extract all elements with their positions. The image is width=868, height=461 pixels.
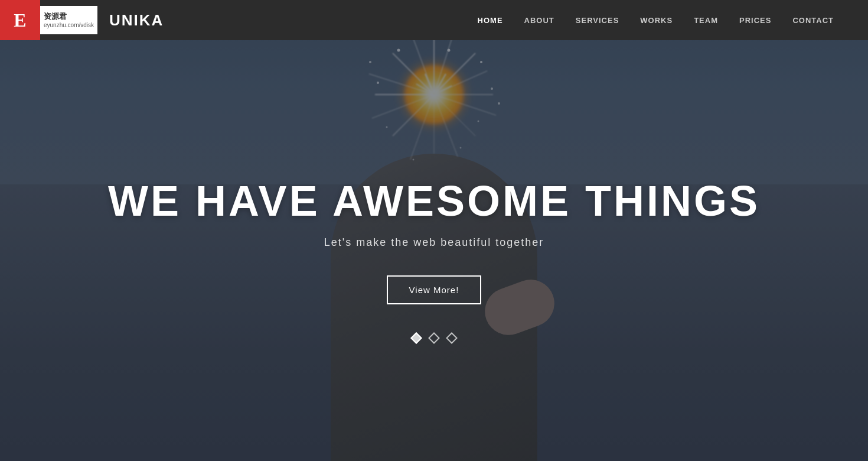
- nav-menu: HOME ABOUT SERVICES WORKS TEAM PRICES CO…: [467, 0, 844, 40]
- slider-dot-1[interactable]: [410, 332, 422, 344]
- slider-dots: [412, 334, 456, 342]
- brand-name: UNIKA: [109, 11, 164, 30]
- nav-item-team[interactable]: TEAM: [683, 0, 729, 40]
- view-more-button[interactable]: View More!: [387, 275, 482, 304]
- nav-item-about[interactable]: ABOUT: [514, 0, 565, 40]
- brand-letter: E: [14, 11, 26, 30]
- slider-dot-2[interactable]: [428, 332, 440, 344]
- brand: E 资源君 eyunzhu.com/vdisk UNIKA: [0, 0, 164, 40]
- brand-cn-name: 资源君: [44, 12, 67, 22]
- slider-dot-3[interactable]: [446, 332, 458, 344]
- brand-watermark: 资源君 eyunzhu.com/vdisk: [40, 6, 97, 34]
- nav-item-prices[interactable]: PRICES: [729, 0, 782, 40]
- hero-subtitle: Let's make the web beautiful together: [324, 236, 544, 249]
- nav-item-services[interactable]: SERVICES: [565, 0, 630, 40]
- brand-logo-box: E: [0, 0, 40, 40]
- nav-item-works[interactable]: WORKS: [629, 0, 683, 40]
- navbar: E 资源君 eyunzhu.com/vdisk UNIKA HOME ABOUT…: [0, 0, 868, 40]
- hero-title: WE HAVE AWESOME THINGS: [108, 178, 760, 225]
- brand-url: eyunzhu.com/vdisk: [44, 22, 94, 28]
- nav-item-contact[interactable]: CONTACT: [782, 0, 844, 40]
- nav-item-home[interactable]: HOME: [467, 0, 514, 40]
- hero-content: WE HAVE AWESOME THINGS Let's make the we…: [108, 178, 760, 342]
- hero-section: WE HAVE AWESOME THINGS Let's make the we…: [0, 0, 868, 461]
